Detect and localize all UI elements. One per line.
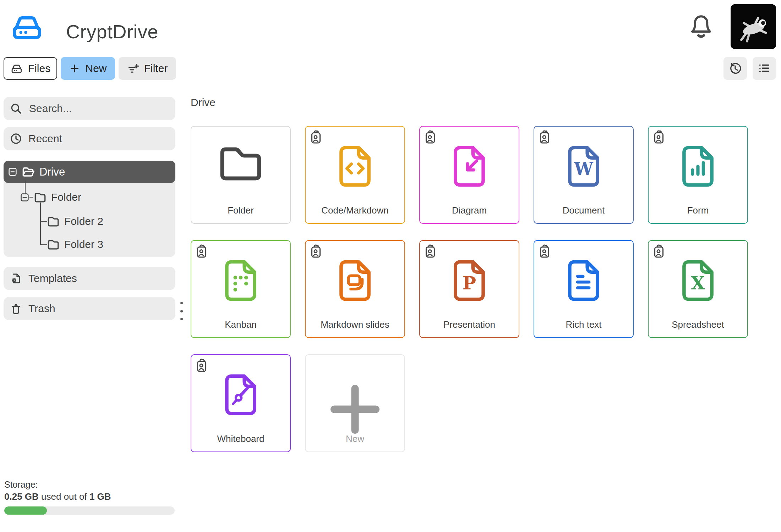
svg-text:X: X: [691, 273, 705, 294]
card-folder[interactable]: Folder: [191, 126, 291, 224]
folder-icon: [47, 216, 60, 227]
files-button[interactable]: Files: [4, 57, 57, 80]
contact-badge-icon: [196, 358, 207, 372]
folder-icon: [34, 192, 47, 203]
contact-badge-icon: [425, 244, 436, 258]
file-type-icon: P: [420, 259, 519, 303]
collapse-expander-icon[interactable]: [8, 167, 17, 176]
tree-item-folder2[interactable]: Folder 2: [47, 211, 103, 231]
tree-item-folder3[interactable]: Folder 3: [47, 234, 103, 254]
tree-item-folder3-label: Folder 3: [64, 238, 103, 250]
card-diagram[interactable]: Diagram: [419, 126, 519, 224]
storage-progress-bar: [4, 506, 175, 515]
sidebar-item-trash[interactable]: Trash: [4, 297, 175, 320]
open-folder-icon: [22, 166, 35, 177]
card-label: New: [306, 433, 404, 444]
file-type-icon: [306, 259, 404, 303]
card-document[interactable]: W Document: [534, 126, 634, 224]
sidebar-item-templates[interactable]: Templates: [4, 267, 175, 290]
astronaut-avatar-image: [731, 4, 776, 49]
tree-item-folder-label: Folder: [51, 191, 81, 203]
search-icon: [10, 102, 22, 115]
recent-label: Recent: [28, 133, 62, 145]
file-type-icon: [306, 373, 404, 436]
card-label: Diagram: [420, 205, 519, 216]
file-type-icon: X: [649, 259, 747, 303]
storage-progress-fill: [4, 506, 47, 515]
card-label: Markdown slides: [306, 319, 404, 330]
card-label: Kanban: [191, 319, 290, 330]
file-type-icon: [306, 144, 404, 188]
file-type-icon: [191, 373, 290, 417]
card-label: Whiteboard: [191, 433, 290, 444]
card-label: Form: [649, 205, 747, 216]
svg-text:W: W: [574, 159, 593, 179]
contact-badge-icon: [311, 244, 321, 258]
collapse-expander-icon[interactable]: [20, 193, 29, 202]
templates-icon: [10, 272, 22, 284]
history-clock-icon: [728, 62, 742, 75]
file-type-icon: [420, 144, 519, 188]
template-grid: Folder Code/Markdown: [191, 126, 749, 452]
contact-badge-icon: [196, 244, 207, 258]
card-rich-text[interactable]: Rich text: [534, 240, 634, 338]
card-presentation[interactable]: P Presentation: [419, 240, 519, 338]
contact-badge-icon: [311, 130, 321, 144]
file-type-icon: [191, 144, 290, 183]
sidebar-resize-handle[interactable]: [180, 302, 183, 320]
cryptdrive-app: CryptDrive: [0, 0, 781, 532]
contact-badge-icon: [539, 130, 550, 144]
file-type-icon: [649, 144, 747, 188]
new-document-button[interactable]: New: [61, 57, 115, 80]
plus-icon: [69, 63, 80, 74]
card-form[interactable]: Form: [648, 126, 748, 224]
list-view-button[interactable]: [753, 57, 776, 80]
file-type-icon: [191, 259, 290, 303]
tree-item-folder2-label: Folder 2: [64, 215, 103, 227]
filter-icon: [127, 62, 139, 74]
tree-item-drive[interactable]: Drive: [4, 161, 175, 183]
storage-usage-text: 0.25 GB used out of 1 GB: [4, 491, 111, 502]
folder-icon: [47, 239, 60, 250]
card-label: Folder: [191, 205, 290, 216]
storage-label: Storage:: [4, 480, 38, 490]
storage-infix: used out of: [39, 491, 89, 502]
files-button-label: Files: [28, 62, 50, 74]
card-new[interactable]: New: [305, 354, 405, 452]
card-whiteboard[interactable]: Whiteboard: [191, 354, 291, 452]
search-box[interactable]: [4, 97, 175, 120]
file-type-icon: [534, 259, 633, 303]
tree-connector-line: [40, 221, 47, 222]
tree-connector-line: [40, 203, 41, 245]
card-kanban[interactable]: Kanban: [191, 240, 291, 338]
clock-icon: [10, 133, 22, 145]
contact-badge-icon: [539, 244, 550, 258]
storage-used: 0.25 GB: [4, 491, 39, 502]
card-markdown-slides[interactable]: Markdown slides: [305, 240, 405, 338]
drive-icon: [10, 62, 23, 74]
sidebar-item-recent[interactable]: Recent: [4, 127, 175, 150]
filter-button[interactable]: Filter: [119, 57, 176, 80]
card-code-markdown[interactable]: Code/Markdown: [305, 126, 405, 224]
storage-total: 1 GB: [89, 491, 111, 502]
history-button[interactable]: [723, 57, 747, 80]
search-input[interactable]: [28, 102, 158, 115]
contact-badge-icon: [425, 130, 436, 144]
tree-item-folder[interactable]: Folder: [20, 187, 81, 207]
card-label: Document: [534, 205, 633, 216]
card-label: Spreadsheet: [649, 319, 747, 330]
user-avatar[interactable]: [731, 4, 776, 49]
new-button-label: New: [85, 62, 106, 74]
tree-item-drive-label: Drive: [39, 166, 65, 178]
cryptdrive-logo-icon: [11, 13, 43, 41]
svg-text:P: P: [463, 273, 476, 294]
card-label: Presentation: [420, 319, 519, 330]
templates-label: Templates: [28, 272, 77, 284]
filter-button-label: Filter: [144, 62, 168, 74]
card-spreadsheet[interactable]: X Spreadsheet: [648, 240, 748, 338]
card-label: Rich text: [534, 319, 633, 330]
tree-connector-line: [40, 244, 47, 245]
notifications-bell-icon[interactable]: [688, 11, 714, 40]
current-folder-heading: Drive: [191, 96, 215, 109]
trash-label: Trash: [28, 303, 55, 315]
